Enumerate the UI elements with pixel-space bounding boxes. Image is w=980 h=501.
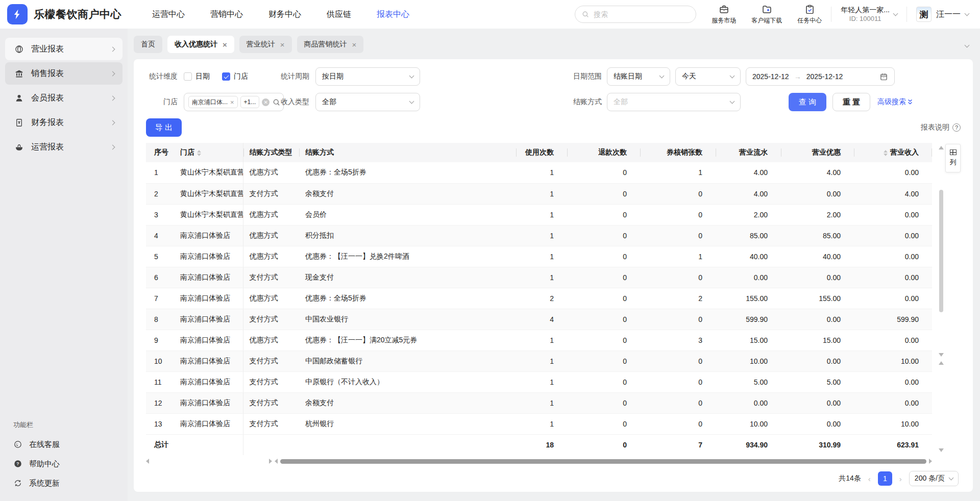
total-count: 共14条 — [839, 474, 861, 483]
sidebar-item-operation-report[interactable]: 运营报表 — [5, 136, 122, 158]
checkbox-date[interactable]: 日期 — [184, 72, 210, 81]
sidebar-item-member-report[interactable]: 会员报表 — [5, 87, 122, 109]
chevron-down-icon — [965, 43, 970, 48]
scroll-right-icon[interactable] — [269, 459, 272, 464]
table-cell: 优惠券：【汪一一】满20立减5元券 — [299, 330, 516, 350]
query-button[interactable]: 查 询 — [789, 93, 826, 111]
table-cell: 支付方式 — [243, 413, 299, 434]
table-cell: 1 — [516, 392, 567, 413]
table-cell: 3 — [640, 330, 716, 350]
table-cell: 支付方式 — [243, 267, 299, 288]
vertical-scroll-thumb[interactable] — [939, 190, 943, 312]
export-button[interactable]: 导 出 — [146, 118, 182, 137]
table-cell: 0.00 — [854, 162, 932, 183]
scroll-up-icon[interactable] — [939, 361, 944, 365]
table-row: 13南京浦口体验店支付方式杭州银行10010.000.0010.00 — [146, 413, 932, 434]
table-cell: 10.00 — [854, 350, 932, 371]
tab-4[interactable]: 商品营销统计× — [297, 36, 364, 53]
vertical-scrollbar[interactable] — [938, 145, 944, 453]
table-cell: 599.90 — [716, 309, 781, 330]
chevron-down-icon — [730, 98, 735, 104]
column-header-10[interactable]: 营业收入 — [854, 143, 932, 162]
checkbox-store[interactable]: 门店 — [222, 72, 248, 81]
nav-item-3[interactable]: 财务中心 — [268, 9, 301, 20]
scroll-down-icon[interactable] — [939, 448, 944, 452]
tab-label: 首页 — [141, 40, 155, 49]
income-type-select[interactable]: 全部 — [315, 93, 420, 111]
quick-action-client-download[interactable]: 客户端下载 — [751, 4, 782, 25]
date-preset-select[interactable]: 今天 — [675, 67, 741, 86]
tab-3[interactable]: 营业统计× — [239, 36, 292, 53]
scroll-right-icon[interactable] — [929, 459, 932, 464]
page-size-select[interactable]: 200 条/页 — [909, 471, 959, 486]
clear-icon[interactable]: ✕ — [262, 98, 270, 106]
horizontal-scrollbar[interactable] — [146, 458, 961, 465]
tag-close-icon[interactable]: × — [230, 98, 234, 106]
store-multiselect[interactable]: 南京浦口体...× +1... ✕ — [184, 93, 284, 111]
quick-action-label: 客户端下载 — [751, 16, 782, 25]
search-input[interactable] — [594, 10, 690, 18]
column-header-2[interactable]: 门店 — [174, 143, 243, 162]
tabbar-collapse-button[interactable] — [965, 40, 969, 49]
nav-item-4[interactable]: 供应链 — [327, 9, 351, 20]
tab-close-icon[interactable]: × — [223, 41, 227, 48]
sort-icon[interactable] — [197, 150, 201, 156]
chevron-down-icon — [659, 73, 665, 78]
app-logo[interactable] — [7, 4, 28, 24]
scroll-up-icon[interactable] — [939, 146, 944, 149]
sidebar-item-online-service[interactable]: 在线客服 — [0, 435, 128, 454]
table-cell: 支付方式 — [243, 371, 299, 392]
column-header-1: 序号 — [146, 143, 174, 162]
table-cell: 0 — [567, 246, 640, 267]
column-settings-button[interactable]: 列 — [945, 144, 961, 172]
next-page-icon[interactable]: › — [899, 474, 902, 483]
global-search[interactable] — [575, 6, 696, 23]
store-tag-label: 南京浦口体... — [192, 98, 228, 107]
sidebar-item-system-update[interactable]: 系统更新 — [0, 473, 128, 493]
date-range-picker[interactable]: 2025-12-12 → 2025-12-12 — [746, 67, 895, 86]
table-cell: 1 — [640, 246, 716, 267]
table-cell — [174, 434, 243, 455]
reset-button[interactable]: 重 置 — [832, 93, 870, 111]
nav-item-1[interactable]: 运营中心 — [152, 9, 185, 20]
sidebar-item-help-center[interactable]: ? 帮助中心 — [0, 454, 128, 473]
ledger-icon — [14, 118, 24, 128]
dimension-checkbox-group: 日期 门店 — [184, 72, 248, 81]
table-cell: 支付方式 — [243, 183, 299, 204]
chevron-right-icon — [110, 71, 115, 76]
sidebar-item-finance-report[interactable]: 财务报表 — [5, 111, 122, 134]
user-menu[interactable]: 测 汪一一 — [916, 7, 969, 22]
nav-item-5[interactable]: 报表中心 — [377, 9, 409, 20]
table-header-row: 序号门店结账方式类型结账方式使用次数退款次数券核销张数营业流水营业优惠营业收入 — [146, 143, 932, 162]
table-cell: 优惠券：全场5折券 — [299, 162, 516, 183]
table-cell: 10.00 — [716, 350, 781, 371]
table-cell: 0 — [567, 309, 640, 330]
report-note[interactable]: 报表说明 ? — [921, 123, 961, 132]
scroll-left-icon[interactable] — [275, 459, 278, 464]
current-page[interactable]: 1 — [878, 471, 892, 486]
nav-item-2[interactable]: 营销中心 — [210, 9, 243, 20]
sidebar-item-business-report[interactable]: 营业报表 — [5, 38, 122, 60]
scroll-down-icon[interactable] — [939, 353, 944, 357]
advanced-search-link[interactable]: 高级搜索 — [877, 97, 913, 107]
tab-2[interactable]: 收入优惠统计× — [167, 36, 234, 53]
scroll-left-icon[interactable] — [146, 459, 149, 464]
sort-icon[interactable] — [884, 150, 888, 156]
table-cell: 余额支付 — [299, 392, 516, 413]
date-type-select[interactable]: 结账日期 — [607, 67, 670, 86]
tab-close-icon[interactable]: × — [280, 41, 285, 48]
store-label: 门店 — [146, 97, 178, 107]
table-row: 11南京浦口体验店支付方式中原银行（不计入收入）1005.005.000.00 — [146, 371, 932, 392]
quick-action-task-center[interactable]: 任务中心 — [797, 4, 822, 25]
prev-page-icon[interactable]: ‹ — [868, 474, 871, 483]
merchant-switcher[interactable]: 年轻人第一家... ID: 100011 — [841, 6, 897, 23]
tab-1[interactable]: 首页 — [134, 36, 162, 53]
tab-close-icon[interactable]: × — [352, 41, 357, 48]
table-cell: 2.00 — [781, 204, 854, 225]
period-select[interactable]: 按日期 — [315, 67, 420, 86]
quick-action-market[interactable]: 服务市场 — [712, 4, 736, 25]
table-row: 10南京浦口体验店支付方式中国邮政储蓄银行10010.000.0010.00 — [146, 350, 932, 371]
sidebar-item-sales-report[interactable]: 销售报表 — [5, 62, 122, 85]
settle-method-select[interactable]: 全部 — [607, 93, 741, 111]
horizontal-scroll-thumb[interactable] — [280, 459, 926, 464]
